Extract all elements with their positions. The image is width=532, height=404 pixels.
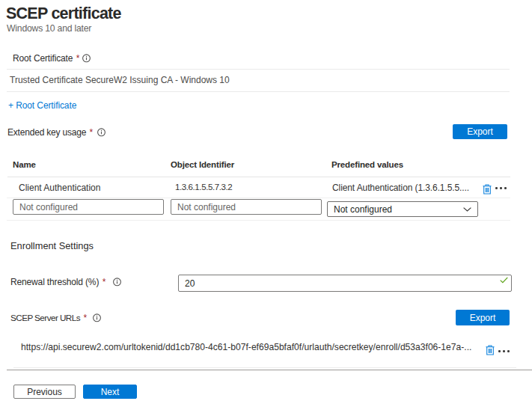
add-root-certificate-link[interactable]: + Root Certificate: [8, 100, 76, 111]
dropdown-selected-value: Not configured: [334, 204, 392, 215]
scep-server-urls-label: SCEP Server URLs: [10, 313, 80, 322]
eku-object-identifier-input[interactable]: [171, 199, 322, 215]
ellipsis-dots: [498, 349, 510, 352]
root-certificate-label-row: Root Certificate *: [13, 51, 91, 66]
ellipsis-dots: [495, 186, 507, 189]
required-asterisk: *: [76, 53, 80, 64]
renewal-threshold-label-row: Renewal threshold (%) *: [10, 275, 122, 290]
eku-name-input[interactable]: [13, 199, 164, 215]
delete-icon[interactable]: [483, 184, 492, 195]
eku-row-object-identifier: 1.3.6.1.5.5.7.3.2: [175, 183, 232, 192]
required-asterisk: *: [90, 127, 94, 138]
eku-row-predefined-value: Client Authentication (1.3.6.1.5.5....: [332, 183, 469, 193]
footer-divider: [7, 370, 532, 370]
info-icon[interactable]: [82, 52, 91, 66]
table-bottom-divider: [7, 220, 510, 221]
previous-button[interactable]: Previous: [13, 385, 76, 399]
eku-predefined-values-dropdown[interactable]: Not configured: [327, 201, 478, 217]
delete-icon[interactable]: [486, 345, 495, 355]
extended-key-usage-label: Extended key usage: [7, 127, 86, 138]
column-header-object-identifier: Object Identifier: [171, 160, 234, 169]
more-options-icon[interactable]: [495, 186, 507, 189]
next-button[interactable]: Next: [83, 385, 137, 399]
info-icon[interactable]: [97, 126, 106, 140]
renewal-threshold-label: Renewal threshold (%): [10, 277, 99, 287]
info-icon[interactable]: [92, 312, 102, 325]
more-options-icon[interactable]: [498, 349, 510, 352]
required-asterisk: *: [103, 277, 106, 287]
enrollment-settings-heading: Enrollment Settings: [10, 240, 94, 251]
export-button[interactable]: Export: [456, 310, 510, 325]
column-header-name: Name: [13, 160, 36, 169]
extended-key-usage-label-row: Extended key usage *: [7, 125, 106, 140]
root-certificate-label: Root Certificate: [13, 53, 73, 64]
page-subtitle: Windows 10 and later: [7, 23, 91, 34]
divider: [7, 91, 510, 92]
required-asterisk: *: [83, 313, 87, 323]
divider: [7, 69, 510, 70]
chevron-down-icon: [463, 207, 471, 212]
scep-server-urls-label-row: SCEP Server URLs *: [10, 310, 102, 325]
scep-server-url-value: https://api.securew2.com/urltokenid/dd1c…: [21, 342, 471, 352]
eku-row-name: Client Authentication: [19, 183, 100, 193]
valid-checkmark-icon: [500, 277, 508, 284]
url-list-bottom-divider: [13, 367, 516, 368]
table-header-divider: [7, 177, 510, 177]
export-button[interactable]: Export: [453, 124, 507, 139]
page-title: SCEP certificate: [6, 4, 121, 23]
table-row-divider: [7, 198, 510, 198]
scep-certificate-page: SCEP certificate Windows 10 and later Ro…: [0, 0, 532, 404]
info-icon[interactable]: [112, 276, 122, 290]
root-certificate-value: Trusted Certificate SecureW2 Issuing CA …: [10, 75, 230, 85]
renewal-threshold-input[interactable]: [178, 275, 512, 292]
column-header-predefined-values: Predefined values: [331, 160, 403, 169]
